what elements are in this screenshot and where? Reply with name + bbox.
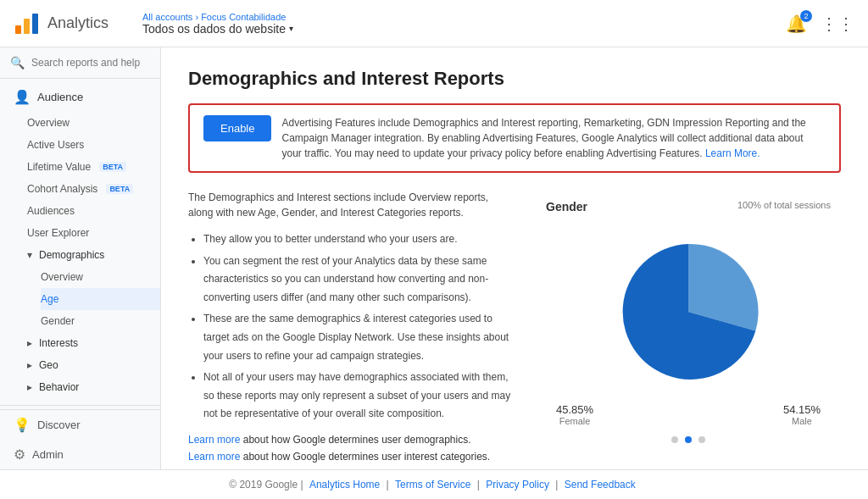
sidebar-demo-overview-label: Overview	[41, 271, 83, 283]
analytics-home-link[interactable]: Analytics Home	[309, 479, 380, 491]
toggle-icon: ▾	[27, 249, 32, 261]
search-icon: 🔍	[10, 56, 25, 69]
feedback-link[interactable]: Send Feedback	[565, 479, 636, 491]
sidebar-item-behavior[interactable]: ▸ Behavior	[27, 376, 160, 398]
page-footer: © 2019 Google | Analytics Home | Terms o…	[0, 469, 868, 499]
sidebar-interests-label: Interests	[39, 337, 78, 349]
female-label: 45.85% Female	[556, 403, 593, 426]
sidebar-divider-1	[0, 405, 160, 406]
copyright: © 2019 Google	[229, 479, 298, 491]
pie-labels: 45.85% Female 54.15% Male	[546, 403, 831, 426]
link-row-1: Learn more about how Google determines u…	[188, 434, 515, 446]
features-list: They allow you to better understand who …	[188, 230, 515, 424]
header-nav: All accounts › Focus Contabilidade Todos…	[142, 12, 293, 36]
sidebar-overview-label: Overview	[27, 117, 70, 129]
pie-chart	[604, 227, 773, 396]
dot-3[interactable]	[698, 436, 705, 443]
chevron-down-icon: ▾	[289, 24, 293, 33]
terms-link[interactable]: Terms of Service	[395, 479, 470, 491]
sidebar-item-admin[interactable]: ⚙ Admin	[0, 440, 160, 469]
sidebar-item-demo-overview[interactable]: Overview	[41, 266, 160, 288]
sidebar-item-overview[interactable]: Overview	[27, 112, 160, 134]
dot-1[interactable]	[671, 436, 678, 443]
sidebar-item-demographics[interactable]: ▾ Demographics	[27, 244, 160, 266]
sidebar-behavior-label: Behavior	[39, 381, 79, 393]
account-name: Todos os dados do website	[142, 22, 286, 36]
account-selector[interactable]: Todos os dados do website ▾	[142, 22, 293, 36]
interests-toggle-icon: ▸	[27, 337, 32, 349]
breadcrumb-prefix: All accounts	[142, 12, 192, 22]
sidebar-item-interests[interactable]: ▸ Interests	[27, 332, 160, 354]
lifetime-beta-badge: BETA	[99, 162, 126, 172]
sidebar-lifetime-label: Lifetime Value	[27, 161, 91, 173]
male-label: 54.15% Male	[783, 403, 821, 426]
enable-description-text: Advertising Features include Demographic…	[281, 115, 826, 161]
sidebar-audiences-label: Audiences	[27, 205, 75, 217]
notif-badge: 2	[800, 10, 812, 22]
sidebar-item-lifetime-value[interactable]: Lifetime Value BETA	[27, 156, 160, 178]
app-title: Analytics	[47, 14, 108, 32]
pie-svg	[604, 227, 773, 396]
list-item: They allow you to better understand who …	[203, 230, 515, 249]
two-col-layout: The Demographics and Interest sections i…	[188, 190, 841, 469]
sidebar-item-demo-gender[interactable]: Gender	[41, 310, 160, 332]
sidebar-bottom: 💡 Discover ⚙ Admin	[0, 409, 160, 469]
sidebar-item-active-users[interactable]: Active Users	[27, 134, 160, 156]
link-row-2: Learn more about how Google determines u…	[188, 451, 515, 463]
discover-icon: 💡	[14, 417, 31, 433]
sidebar-demo-age-label: Age	[41, 293, 58, 305]
apps-button[interactable]: ⋮⋮	[821, 14, 854, 34]
analytics-logo-icon	[14, 10, 41, 37]
carousel-dots	[671, 436, 705, 443]
notifications-button[interactable]: 🔔 2	[786, 14, 807, 34]
breadcrumb: All accounts › Focus Contabilidade	[142, 12, 293, 22]
sidebar-sub-audience: Overview Active Users Lifetime Value BET…	[0, 112, 160, 398]
person-icon: 👤	[14, 89, 31, 105]
sidebar-search-area[interactable]: 🔍	[0, 47, 160, 79]
breadcrumb-account[interactable]: Focus Contabilidade	[201, 12, 286, 22]
info-column: The Demographics and Interest sections i…	[188, 190, 515, 469]
sidebar-cohort-label: Cohort Analysis	[27, 183, 97, 195]
sidebar-demographics-label: Demographics	[39, 249, 104, 261]
female-pct: 45.85%	[556, 403, 593, 416]
enable-section: Enable Advertising Features include Demo…	[188, 103, 841, 173]
sidebar-item-audiences[interactable]: Audiences	[27, 200, 160, 222]
svg-rect-2	[32, 14, 38, 34]
behavior-toggle-icon: ▸	[27, 381, 32, 393]
admin-icon: ⚙	[14, 446, 25, 463]
sidebar-discover-label: Discover	[37, 419, 81, 431]
header-actions: 🔔 2 ⋮⋮	[786, 14, 854, 34]
intro-text: The Demographics and Interest sections i…	[188, 190, 515, 220]
sidebar-item-user-explorer[interactable]: User Explorer	[27, 222, 160, 244]
sidebar-audience-section: 👤 Audience Overview Active Users Lifetim…	[0, 79, 160, 402]
sidebar: 🔍 👤 Audience Overview Active Users Lifet…	[0, 47, 161, 469]
page-title: Demographics and Interest Reports	[188, 68, 841, 90]
sidebar-item-demo-age[interactable]: Age	[41, 288, 160, 310]
sidebar-sub-demographics: Overview Age Gender	[27, 266, 160, 332]
list-item: These are the same demographics & intere…	[203, 310, 515, 365]
logo-area: Analytics	[14, 10, 129, 37]
sidebar-item-cohort[interactable]: Cohort Analysis BETA	[27, 178, 160, 200]
enable-button[interactable]: Enable	[203, 115, 271, 141]
enable-learn-more-link[interactable]: Learn More.	[705, 147, 760, 159]
learn-more-link-1[interactable]: Learn more	[188, 434, 240, 446]
search-input[interactable]	[31, 57, 150, 69]
sidebar-demo-gender-label: Gender	[41, 315, 75, 327]
geo-toggle-icon: ▸	[27, 359, 32, 371]
info-links: Learn more about how Google determines u…	[188, 434, 515, 469]
sidebar-active-users-label: Active Users	[27, 139, 84, 151]
chart-title-row: Gender 100% of total sessions	[546, 200, 831, 213]
sidebar-item-geo[interactable]: ▸ Geo	[27, 354, 160, 376]
chart-subtitle: 100% of total sessions	[737, 200, 831, 213]
sidebar-item-audience[interactable]: 👤 Audience	[0, 82, 160, 112]
main-layout: 🔍 👤 Audience Overview Active Users Lifet…	[0, 47, 868, 469]
privacy-link[interactable]: Privacy Policy	[486, 479, 549, 491]
female-name: Female	[556, 416, 593, 426]
svg-rect-0	[15, 25, 21, 34]
chart-title: Gender	[546, 200, 587, 213]
dot-2[interactable]	[685, 436, 692, 443]
learn-more-link-2[interactable]: Learn more	[188, 451, 240, 463]
sidebar-item-discover[interactable]: 💡 Discover	[0, 410, 160, 440]
chart-column: Gender 100% of total sessions	[536, 190, 841, 469]
male-name: Male	[783, 416, 821, 426]
